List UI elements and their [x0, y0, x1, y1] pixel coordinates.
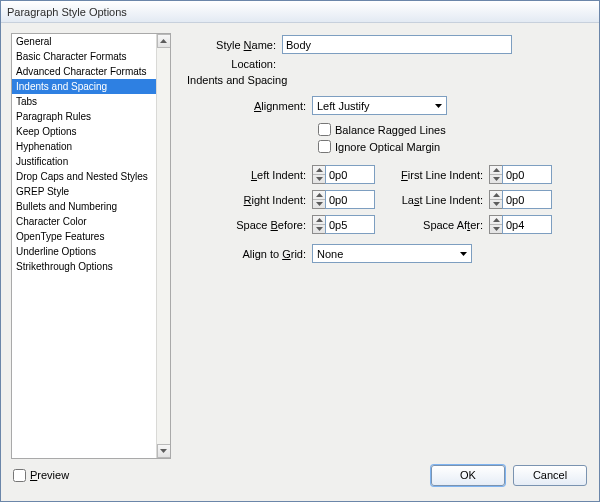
- chevron-down-icon: [316, 177, 323, 181]
- spinner-buttons[interactable]: [312, 190, 325, 209]
- chevron-down-icon: [160, 449, 167, 453]
- left-indent-label: Left Indent:: [187, 169, 312, 181]
- row-balance-ragged: Balance Ragged Lines: [318, 123, 583, 136]
- group-space-after: Space After:: [389, 215, 552, 234]
- chevron-up-icon: [493, 218, 500, 222]
- spinner-buttons[interactable]: [489, 215, 502, 234]
- svg-marker-4: [316, 177, 323, 181]
- spinner-down[interactable]: [313, 200, 325, 208]
- style-name-input[interactable]: [282, 35, 512, 54]
- row-right-last: Right Indent: Last Line Indent:: [187, 190, 583, 215]
- space-before-spinner[interactable]: [312, 215, 375, 234]
- first-line-indent-spinner[interactable]: [489, 165, 552, 184]
- footer: Preview OK Cancel: [1, 459, 599, 501]
- spinner-up[interactable]: [490, 216, 502, 225]
- last-line-indent-input[interactable]: [502, 190, 552, 209]
- left-indent-input[interactable]: [325, 165, 375, 184]
- spinner-down[interactable]: [490, 175, 502, 183]
- align-to-grid-label: Align to Grid:: [187, 248, 312, 260]
- cancel-button[interactable]: Cancel: [513, 465, 587, 486]
- svg-marker-15: [460, 252, 467, 256]
- sidebar-item-general[interactable]: General: [12, 34, 156, 49]
- spinner-down[interactable]: [490, 225, 502, 233]
- spinner-up[interactable]: [313, 166, 325, 175]
- chevron-down-icon: [316, 227, 323, 231]
- spinner-buttons[interactable]: [489, 190, 502, 209]
- sidebar-item-advanced-char[interactable]: Advanced Character Formats: [12, 64, 156, 79]
- svg-marker-10: [493, 202, 500, 206]
- balance-ragged-label: Balance Ragged Lines: [335, 124, 446, 136]
- svg-marker-1: [160, 449, 167, 453]
- sidebar-item-tabs[interactable]: Tabs: [12, 94, 156, 109]
- svg-marker-14: [493, 227, 500, 231]
- group-last-line-indent: Last Line Indent:: [389, 190, 552, 209]
- sidebar-item-bullets[interactable]: Bullets and Numbering: [12, 199, 156, 214]
- left-indent-spinner[interactable]: [312, 165, 375, 184]
- spinner-down[interactable]: [313, 175, 325, 183]
- cancel-label: Cancel: [533, 469, 567, 481]
- sidebar-item-hyphenation[interactable]: Hyphenation: [12, 139, 156, 154]
- category-list: General Basic Character Formats Advanced…: [12, 34, 156, 458]
- titlebar: Paragraph Style Options: [1, 1, 599, 23]
- right-indent-input[interactable]: [325, 190, 375, 209]
- last-line-indent-spinner[interactable]: [489, 190, 552, 209]
- right-indent-spinner[interactable]: [312, 190, 375, 209]
- spinner-up[interactable]: [313, 216, 325, 225]
- spinner-buttons[interactable]: [312, 165, 325, 184]
- svg-marker-6: [493, 177, 500, 181]
- sidebar-item-keep-options[interactable]: Keep Options: [12, 124, 156, 139]
- svg-marker-13: [493, 218, 500, 222]
- ok-label: OK: [460, 469, 476, 481]
- sidebar-item-basic-char[interactable]: Basic Character Formats: [12, 49, 156, 64]
- first-line-indent-input[interactable]: [502, 165, 552, 184]
- preview-checkbox[interactable]: [13, 469, 26, 482]
- sidebar-item-opentype[interactable]: OpenType Features: [12, 229, 156, 244]
- chevron-up-icon: [493, 168, 500, 172]
- chevron-down-icon: [493, 202, 500, 206]
- space-before-label: Space Before:: [187, 219, 312, 231]
- space-before-input[interactable]: [325, 215, 375, 234]
- section-title: Indents and Spacing: [187, 74, 583, 86]
- spinner-buttons[interactable]: [312, 215, 325, 234]
- group-space-before: Space Before:: [187, 215, 375, 234]
- sidebar-scrollbar[interactable]: [156, 34, 170, 458]
- ignore-optical-checkbox[interactable]: [318, 140, 331, 153]
- alignment-label: Alignment:: [187, 100, 312, 112]
- spinner-up[interactable]: [490, 166, 502, 175]
- spinner-down[interactable]: [313, 225, 325, 233]
- ok-button[interactable]: OK: [431, 465, 505, 486]
- sidebar-item-indents-spacing[interactable]: Indents and Spacing: [12, 79, 156, 94]
- spinner-up[interactable]: [490, 191, 502, 200]
- sidebar-item-paragraph-rules[interactable]: Paragraph Rules: [12, 109, 156, 124]
- row-left-first: Left Indent: First Line Indent:: [187, 165, 583, 190]
- first-line-indent-label: First Line Indent:: [389, 169, 489, 181]
- sidebar-item-underline[interactable]: Underline Options: [12, 244, 156, 259]
- scroll-down-button[interactable]: [157, 444, 171, 458]
- preview-label: Preview: [30, 469, 69, 481]
- sidebar-item-justification[interactable]: Justification: [12, 154, 156, 169]
- space-after-input[interactable]: [502, 215, 552, 234]
- alignment-value: Left Justify: [317, 100, 370, 112]
- row-align-grid: Align to Grid: None: [187, 244, 583, 263]
- spinner-up[interactable]: [313, 191, 325, 200]
- chevron-up-icon: [160, 39, 167, 43]
- scroll-up-button[interactable]: [157, 34, 171, 48]
- alignment-select[interactable]: Left Justify: [312, 96, 447, 115]
- spinner-buttons[interactable]: [489, 165, 502, 184]
- sidebar-item-char-color[interactable]: Character Color: [12, 214, 156, 229]
- svg-marker-11: [316, 218, 323, 222]
- chevron-down-icon: [435, 104, 442, 108]
- last-line-indent-label: Last Line Indent:: [389, 194, 489, 206]
- sidebar-item-drop-caps[interactable]: Drop Caps and Nested Styles: [12, 169, 156, 184]
- svg-marker-9: [493, 193, 500, 197]
- sidebar-item-strikethrough[interactable]: Strikethrough Options: [12, 259, 156, 274]
- sidebar-item-grep-style[interactable]: GREP Style: [12, 184, 156, 199]
- chevron-down-icon: [460, 252, 467, 256]
- space-after-spinner[interactable]: [489, 215, 552, 234]
- svg-marker-2: [435, 104, 442, 108]
- balance-ragged-checkbox[interactable]: [318, 123, 331, 136]
- category-sidebar: General Basic Character Formats Advanced…: [11, 33, 171, 459]
- spinner-down[interactable]: [490, 200, 502, 208]
- svg-marker-3: [316, 168, 323, 172]
- align-to-grid-select[interactable]: None: [312, 244, 472, 263]
